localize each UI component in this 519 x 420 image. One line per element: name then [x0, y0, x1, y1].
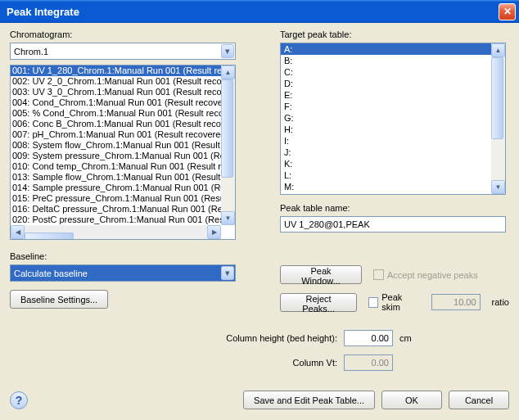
list-item[interactable]: I:	[281, 135, 491, 147]
list-item[interactable]: D:	[281, 78, 491, 89]
list-item[interactable]: 007: pH_Chrom.1:Manual Run 001 (Result r…	[11, 129, 235, 140]
close-icon: ✕	[503, 6, 512, 17]
cancel-button[interactable]: Cancel	[449, 391, 509, 409]
baseline-select[interactable]: Calculate baseline ▾	[10, 264, 236, 282]
chromatogram-selected: Chrom.1	[14, 47, 48, 56]
list-item[interactable]: 005: % Cond_Chrom.1:Manual Run 001 (Resu…	[11, 108, 235, 119]
list-item[interactable]: 015: PreC pressure_Chrom.1:Manual Run 00…	[11, 193, 235, 204]
column-height-label: Column height (bed height):	[223, 333, 337, 343]
baseline-selected: Calculate baseline	[14, 269, 88, 278]
list-item[interactable]: 001: UV 1_280_Chrom.1:Manual Run 001 (Re…	[11, 65, 235, 76]
help-icon: ?	[16, 394, 23, 407]
scroll-track[interactable]	[491, 57, 505, 180]
vertical-scrollbar[interactable]: ▲ ▼	[221, 65, 235, 225]
horizontal-scrollbar[interactable]: ◀ ▶	[11, 225, 221, 239]
window-title: Peak Integrate	[7, 6, 79, 18]
list-item[interactable]: 002: UV 2_0_Chrom.1:Manual Run 001 (Resu…	[11, 76, 235, 87]
list-item[interactable]: 010: Cond temp_Chrom.1:Manual Run 001 (R…	[11, 161, 235, 172]
list-item[interactable]: L:	[281, 169, 491, 181]
list-item[interactable]: 006: Conc B_Chrom.1:Manual Run 001 (Resu…	[11, 119, 235, 129]
peak-table-name-input[interactable]	[280, 216, 506, 233]
scroll-up-icon[interactable]: ▲	[221, 65, 235, 79]
vertical-scrollbar[interactable]: ▲ ▼	[491, 43, 505, 194]
scroll-thumb[interactable]	[25, 233, 74, 241]
ok-button[interactable]: OK	[381, 391, 442, 409]
list-item[interactable]: H:	[281, 124, 491, 135]
baseline-label: Baseline:	[10, 251, 255, 261]
peak-skim-unit: ratio	[492, 297, 509, 307]
chromatogram-label: Chromatogram:	[10, 29, 255, 39]
list-item[interactable]: 008: System flow_Chrom.1:Manual Run 001 …	[11, 140, 235, 151]
scroll-left-icon[interactable]: ◀	[11, 225, 25, 239]
peak-skim-value-input	[431, 294, 481, 310]
list-item[interactable]: E:	[281, 89, 491, 101]
list-item[interactable]: A:	[281, 43, 491, 55]
scroll-thumb[interactable]	[491, 57, 503, 139]
list-item[interactable]: 013: Sample flow_Chrom.1:Manual Run 001 …	[11, 172, 235, 183]
scroll-thumb[interactable]	[221, 79, 233, 178]
list-item[interactable]: 020: PostC pressure_Chrom.1:Manual Run 0…	[11, 215, 235, 225]
chromatogram-listbox[interactable]: 001: UV 1_280_Chrom.1:Manual Run 001 (Re…	[10, 65, 236, 240]
list-item[interactable]: 014: Sample pressure_Chrom.1:Manual Run …	[11, 183, 235, 193]
close-button[interactable]: ✕	[499, 3, 516, 20]
column-vt-label: Column Vt:	[223, 358, 337, 368]
list-item[interactable]: 016: DeltaC pressure_Chrom.1:Manual Run …	[11, 204, 235, 215]
list-item[interactable]: M:	[281, 181, 491, 192]
chromatogram-select[interactable]: Chrom.1 ▾	[10, 43, 236, 60]
peak-skim-label: Peak skim	[381, 292, 419, 312]
accept-negative-label: Accept negative peaks	[387, 270, 478, 280]
dialog-content: Chromatogram: Chrom.1 ▾ 001: UV 1_280_Ch…	[0, 23, 519, 418]
scroll-track[interactable]	[221, 79, 235, 211]
list-item[interactable]: 009: System pressure_Chrom.1:Manual Run …	[11, 151, 235, 161]
titlebar: Peak Integrate ✕	[0, 0, 519, 23]
list-item[interactable]: K:	[281, 158, 491, 169]
scroll-up-icon[interactable]: ▲	[491, 43, 505, 57]
target-table-listbox[interactable]: A:B:C:D:E:F:G:H:I:J:K:L:M: ▲ ▼	[280, 43, 506, 195]
list-item[interactable]: J:	[281, 147, 491, 158]
scroll-right-icon[interactable]: ▶	[207, 225, 221, 239]
list-item[interactable]: G:	[281, 112, 491, 124]
list-item[interactable]: F:	[281, 101, 491, 112]
peak-table-name-label: Peak table name:	[280, 203, 509, 213]
scroll-down-icon[interactable]: ▼	[221, 211, 235, 225]
scroll-down-icon[interactable]: ▼	[491, 180, 505, 194]
chevron-down-icon: ▾	[221, 44, 234, 58]
column-vt-input	[344, 355, 393, 371]
accept-negative-checkbox	[373, 269, 384, 280]
column-height-input[interactable]	[344, 330, 393, 346]
peak-skim-checkbox[interactable]	[368, 297, 378, 308]
help-button[interactable]: ?	[10, 391, 28, 409]
list-item[interactable]: C:	[281, 66, 491, 78]
list-item[interactable]: 003: UV 3_0_Chrom.1:Manual Run 001 (Resu…	[11, 87, 235, 97]
reject-peaks-button[interactable]: Reject Peaks...	[280, 293, 357, 312]
target-table-label: Target peak table:	[280, 29, 509, 39]
peak-window-button[interactable]: Peak Window...	[280, 265, 362, 284]
list-item[interactable]: B:	[281, 55, 491, 66]
baseline-settings-button[interactable]: Baseline Settings...	[10, 290, 108, 309]
column-height-unit: cm	[399, 333, 412, 343]
list-item[interactable]: 004: Cond_Chrom.1:Manual Run 001 (Result…	[11, 97, 235, 108]
chevron-down-icon: ▾	[221, 266, 234, 280]
save-edit-peak-table-button[interactable]: Save and Edit Peak Table...	[243, 391, 375, 409]
